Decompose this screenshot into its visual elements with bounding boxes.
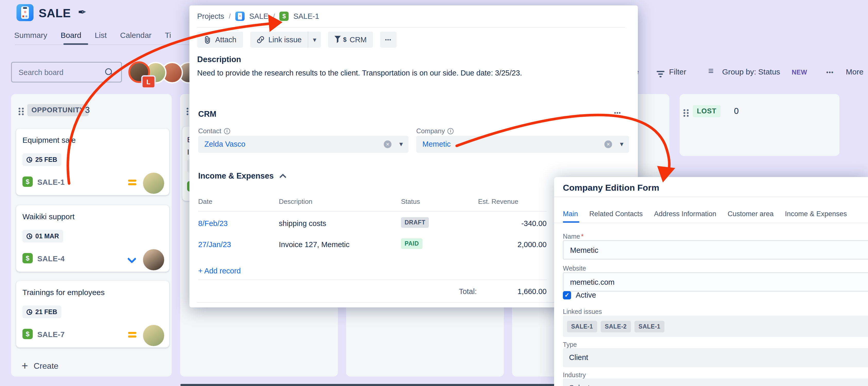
income-heading: Income & Expenses (198, 171, 274, 181)
column-drag-handle-icon[interactable] (19, 108, 20, 109)
website-input[interactable] (569, 275, 848, 290)
description-heading: Description (197, 55, 241, 64)
due-date: 01 MAR (35, 232, 59, 240)
add-record-button[interactable]: + Add record (198, 267, 241, 275)
linked-issue-pill[interactable]: SALE-1 (567, 321, 597, 332)
industry-placeholder: Select (569, 384, 590, 386)
more-ellipsis-icon: ••• (385, 37, 392, 42)
form-tab-main[interactable]: Main (563, 210, 578, 218)
chevron-down-icon[interactable]: ▾ (399, 140, 403, 148)
issue-type-icon: $ (23, 329, 33, 339)
card-sale-4[interactable]: Waikiki support 01 MAR $ SALE-4 (16, 205, 169, 272)
form-tab-income-expenses[interactable]: Income & Expenses (785, 210, 847, 218)
linked-issues-pills: SALE-1 SALE-2 SALE-1 (567, 321, 664, 332)
clear-icon[interactable]: ✕ (384, 140, 392, 148)
linked-issues-field[interactable]: SALE-1 SALE-2 SALE-1 (563, 316, 868, 337)
priority-low-icon (127, 254, 136, 263)
card-title[interactable]: Trainings for employees (23, 288, 105, 297)
clear-icon[interactable]: ✕ (604, 140, 612, 148)
form-tab-address-information[interactable]: Address Information (654, 210, 716, 218)
priority-medium-icon (128, 332, 136, 334)
card-title[interactable]: Waikiki support (23, 212, 74, 221)
form-tab-customer-area[interactable]: Customer area (727, 210, 774, 218)
ink-pen-icon[interactable]: ✒ (78, 6, 87, 18)
column-drag-handle-icon[interactable] (683, 109, 685, 111)
create-issue-button[interactable]: + Create (22, 360, 59, 372)
issue-key[interactable]: SALE-4 (37, 255, 65, 263)
card-title[interactable]: Equipment sale (23, 136, 76, 144)
form-active-tab-underline (563, 221, 579, 223)
col-header-description: Description (279, 198, 312, 205)
assignee-avatar[interactable] (142, 171, 165, 195)
record-date[interactable]: 27/Jan/23 (198, 240, 231, 249)
column-opportunity-name[interactable]: OPPORTUNITY (27, 104, 89, 116)
description-body[interactable]: Need to provide the research results to … (197, 69, 615, 77)
tab-summary[interactable]: Summary (14, 31, 47, 40)
tab-timeline-clipped[interactable]: Ti (165, 31, 171, 40)
crm-section-more-button[interactable]: ••• (614, 110, 621, 116)
breadcrumb-issue[interactable]: SALE-1 (293, 12, 319, 21)
breadcrumb: Projects / SALE / $ SALE-1 (197, 10, 319, 23)
income-section-header[interactable]: Income & Expenses (198, 171, 285, 181)
clock-icon (27, 309, 32, 315)
chevron-down-icon[interactable]: ▾ (620, 140, 623, 148)
breadcrumb-projects[interactable]: Projects (197, 12, 224, 21)
card-sale-7[interactable]: Trainings for employees 21 FEB $ SALE-7 (16, 281, 169, 348)
record-amount: -340.00 (482, 219, 547, 228)
filter-button[interactable]: Filter (669, 67, 686, 76)
priority-medium-icon (128, 180, 136, 182)
attach-button[interactable]: Attach (197, 32, 243, 48)
issue-key[interactable]: SALE-1 (37, 178, 65, 187)
assignee-avatar[interactable] (142, 324, 165, 347)
website-field[interactable] (563, 272, 868, 291)
total-label: Total: (437, 287, 477, 296)
tab-calendar[interactable]: Calendar (120, 31, 152, 40)
page-root: { "header": { "app_title": "SALE", "tabs… (0, 0, 868, 386)
linked-issue-pill[interactable]: SALE-2 (601, 321, 631, 332)
info-icon[interactable]: i (447, 128, 454, 134)
checkbox-checked-icon[interactable]: ✓ (563, 291, 571, 299)
active-tab-underline (63, 43, 88, 45)
breadcrumb-divider (197, 27, 625, 28)
column-lost-name[interactable]: LOST (693, 105, 721, 117)
column-opportunity-count: 3 (85, 105, 90, 115)
breadcrumb-project[interactable]: SALE (249, 12, 268, 21)
assignee-avatar[interactable] (142, 248, 165, 271)
card-sale-1[interactable]: Equipment sale 25 FEB $ SALE-1 (16, 128, 169, 195)
type-select[interactable]: Client (563, 348, 868, 367)
issue-key[interactable]: SALE-7 (37, 330, 65, 339)
contact-select[interactable]: Zelda Vasco ✕ ▾ (198, 136, 408, 153)
industry-select[interactable]: Select (563, 379, 868, 386)
crm-button[interactable]: $ CRM (328, 32, 373, 48)
active-checkbox-row[interactable]: ✓ Active (563, 291, 596, 299)
collapse-chevron-icon[interactable] (279, 174, 286, 181)
tab-list[interactable]: List (95, 31, 107, 40)
more-button[interactable]: More (846, 67, 863, 76)
search-input[interactable] (18, 64, 104, 81)
company-value[interactable]: Memetic (423, 140, 451, 149)
more-ellipsis-icon: ••• (826, 69, 834, 76)
name-input[interactable] (569, 243, 848, 258)
column-lost (680, 94, 839, 156)
linked-issue-pill[interactable]: SALE-1 (634, 321, 665, 332)
board-tabs: Summary Board List Calendar Ti (14, 31, 171, 40)
link-dropdown-chevron-icon[interactable]: ▾ (308, 36, 321, 44)
link-issue-button[interactable]: Link issue (250, 36, 308, 44)
due-date-badge: 25 FEB (23, 153, 61, 166)
form-tab-related-contacts[interactable]: Related Contacts (589, 210, 643, 218)
name-field[interactable] (563, 240, 868, 259)
crm-dollar-icon: $ (343, 36, 346, 43)
contact-value[interactable]: Zelda Vasco (205, 140, 245, 149)
info-icon[interactable]: i (224, 128, 230, 134)
column-drag-handle-icon[interactable] (187, 108, 188, 109)
tab-board[interactable]: Board (61, 31, 81, 40)
company-select[interactable]: Memetic ✕ ▾ (416, 136, 629, 153)
column-lost-count: 0 (734, 106, 739, 116)
group-by-button[interactable]: Group by: Status (722, 67, 780, 76)
record-date[interactable]: 8/Feb/23 (198, 219, 227, 228)
link-issue-split-button: Link issue ▾ (250, 32, 321, 48)
type-value: Client (569, 353, 588, 362)
issue-more-button[interactable]: ••• (380, 32, 397, 48)
search-board-field[interactable] (11, 62, 122, 83)
name-field-label: Name* (563, 233, 584, 240)
